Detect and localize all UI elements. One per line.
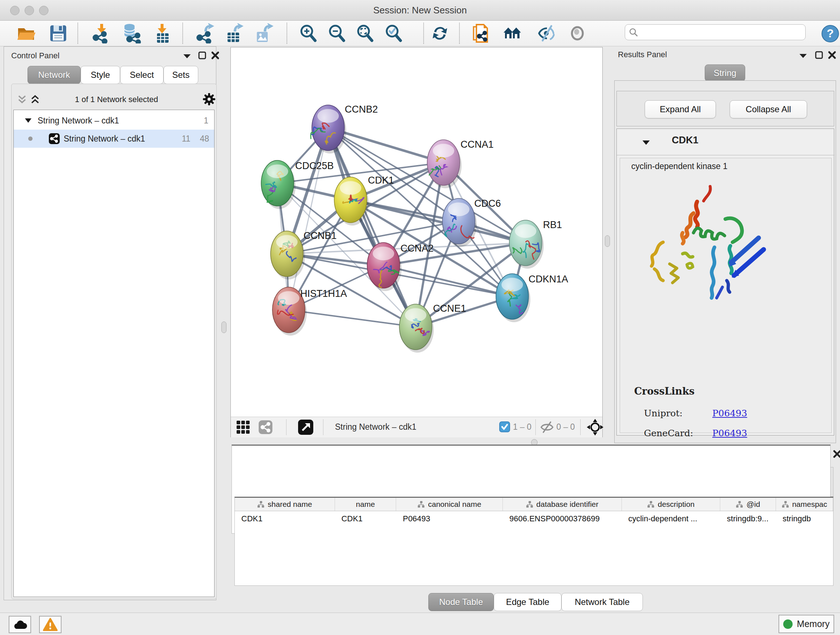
results-panel-close-icon[interactable] [828, 51, 836, 59]
node-CDC25B[interactable] [261, 160, 295, 209]
node-CCNB1[interactable] [271, 231, 305, 279]
splitter-handle-left[interactable] [221, 321, 226, 333]
export-network-icon[interactable] [195, 23, 216, 43]
column-header-description[interactable]: description [622, 498, 721, 511]
collapse-all-button[interactable]: Collapse All [729, 100, 807, 119]
table-cell[interactable]: cyclin-dependent ... [622, 511, 721, 527]
import-table-file-icon[interactable] [153, 23, 173, 43]
network-view-title: String Network – cdk1 [335, 422, 416, 432]
node-CDC6[interactable] [442, 198, 477, 247]
network-canvas[interactable]: CCNB2CCNA1CDC25BCDK1CDC6RB1CCNB1CCNA2CDK… [231, 48, 602, 417]
crosslinks-title: CrossLinks [634, 386, 695, 397]
help-icon[interactable]: ? [821, 25, 839, 43]
tab-select[interactable]: Select [120, 66, 164, 84]
table-cell[interactable]: stringdb [776, 511, 833, 527]
network-collection-row[interactable]: String Network – cdk1 1 [14, 111, 214, 130]
results-panel-collapse-icon[interactable] [799, 53, 807, 59]
crosslink-label: Uniprot: [644, 408, 683, 418]
warning-button[interactable] [39, 616, 62, 633]
column-header--id[interactable]: @id [720, 498, 776, 511]
network-options-gear-icon[interactable] [202, 93, 216, 106]
node-table[interactable]: shared namenamecanonical namedatabase id… [234, 497, 834, 586]
cloud-button[interactable] [9, 616, 31, 633]
node-CCNB2[interactable] [311, 105, 346, 154]
save-session-icon[interactable] [48, 23, 68, 43]
tab-node-table[interactable]: Node Table [428, 593, 494, 611]
node-CCNA2[interactable] [367, 242, 401, 291]
column-header-database-identifier[interactable]: database identifier [503, 498, 622, 511]
tab-network-table[interactable]: Network Table [561, 593, 643, 611]
node-RB1[interactable] [509, 220, 544, 269]
node-CCNE1[interactable] [399, 304, 434, 353]
column-type-icon [417, 501, 425, 508]
control-panel-collapse-icon[interactable] [183, 53, 191, 59]
open-session-icon[interactable] [16, 23, 36, 43]
protein-structure-image [639, 179, 775, 309]
grid-view-icon[interactable] [236, 420, 250, 434]
search-input[interactable] [638, 27, 805, 37]
table-panel-close-icon[interactable] [833, 450, 840, 458]
zoom-out-icon[interactable] [327, 23, 347, 43]
edge-CCNB2-HIST1H1A[interactable] [289, 128, 328, 310]
tab-sets[interactable]: Sets [164, 66, 198, 84]
zoom-fit-icon[interactable] [355, 23, 375, 43]
export-image-icon[interactable] [253, 23, 273, 43]
import-network-file-icon[interactable] [92, 23, 112, 43]
network-row-selected[interactable]: String Network – cdk1 11 48 [14, 130, 214, 148]
column-header-namespac[interactable]: namespac [776, 498, 833, 511]
crosslink-link[interactable]: P06493 [712, 408, 747, 418]
table-cell[interactable]: CDK1 [335, 511, 396, 527]
birds-eye-icon[interactable] [587, 419, 603, 435]
crosslink-link[interactable]: P06493 [712, 428, 747, 439]
node-label-RB1: RB1 [543, 219, 562, 230]
gene-description: cyclin-dependent kinase 1 [631, 162, 728, 171]
node-label-CCNA1: CCNA1 [461, 139, 494, 150]
column-type-icon [647, 501, 654, 508]
control-panel: Control Panel NetworkStyleSelectSets 1 o… [4, 46, 216, 600]
refresh-icon[interactable] [430, 23, 450, 43]
search-field[interactable] [625, 24, 806, 40]
tab-style[interactable]: Style [81, 66, 120, 84]
column-header-canonical-name[interactable]: canonical name [396, 498, 503, 511]
table-cell[interactable]: CDK1 [235, 511, 335, 527]
tab-string[interactable]: String [705, 65, 745, 81]
eye-slash-icon[interactable] [536, 23, 556, 43]
search-icon [629, 27, 638, 37]
export-table-icon[interactable] [224, 23, 244, 43]
splitter-handle-right[interactable] [605, 235, 610, 247]
homes-icon[interactable] [502, 23, 523, 43]
node-label-CDC6: CDC6 [474, 198, 501, 209]
selected-checkbox-icon[interactable] [499, 421, 510, 432]
column-header-shared-name[interactable]: shared name [235, 498, 335, 511]
table-cell[interactable]: stringdb:9... [720, 511, 776, 527]
gene-collapse-icon[interactable] [642, 140, 650, 145]
control-panel-float-icon[interactable] [198, 51, 207, 60]
results-panel-float-icon[interactable] [815, 51, 823, 59]
control-panel-close-icon[interactable] [211, 51, 219, 60]
tab-network[interactable]: Network [27, 66, 81, 84]
network-share-icon [49, 133, 60, 144]
tab-edge-table[interactable]: Edge Table [494, 593, 561, 611]
results-panel: Results Panel String Expand All Collapse… [615, 46, 839, 443]
edge-HIST1H1A-CCNE1[interactable] [289, 310, 416, 327]
table-cell[interactable]: 9606.ENSP00000378699 [503, 511, 622, 527]
expand-all-button[interactable]: Expand All [645, 100, 716, 119]
gray-eye-icon[interactable] [567, 23, 587, 43]
import-network-database-icon[interactable] [122, 23, 142, 43]
node-CDKN1A[interactable] [496, 274, 531, 322]
chevrons-up-icon[interactable] [30, 94, 41, 105]
network-share-view-icon[interactable] [258, 420, 273, 434]
collection-label: String Network – cdk1 [38, 116, 119, 126]
table-row[interactable]: CDK1CDK1P064939606.ENSP00000378699cyclin… [235, 511, 833, 527]
column-header-name[interactable]: name [335, 498, 396, 511]
string-document-icon[interactable] [471, 23, 491, 43]
zoom-in-icon[interactable] [298, 23, 318, 43]
zoom-selected-icon[interactable] [384, 23, 404, 43]
chevrons-down-icon[interactable] [17, 94, 27, 105]
column-header-label: database identifier [537, 500, 599, 509]
tree-expander-icon[interactable] [25, 118, 32, 123]
memory-button[interactable]: Memory [778, 615, 834, 633]
cytoscape-window: Session: New Session [0, 0, 840, 635]
table-cell[interactable]: P06493 [396, 511, 503, 527]
detach-view-icon[interactable] [298, 419, 314, 435]
